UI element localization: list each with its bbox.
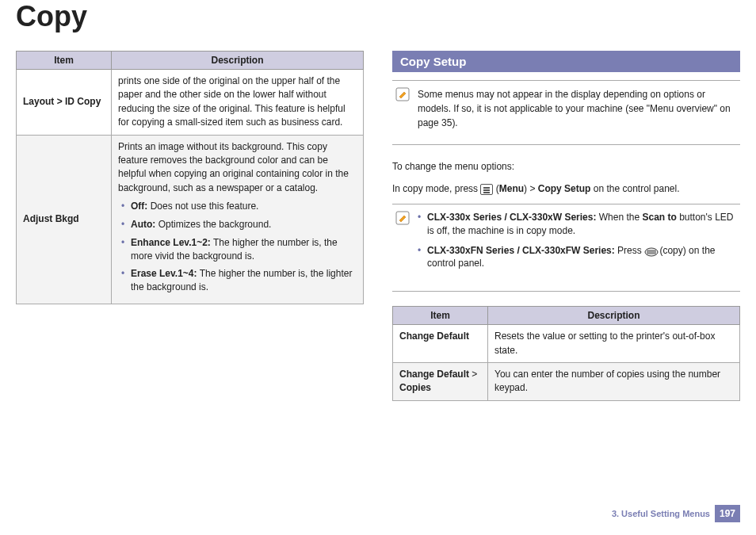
n2i0-tb: Scan to xyxy=(642,212,676,223)
note2-item-0: CLX-330x Series / CLX-330xW Series: When… xyxy=(418,211,737,238)
row0-desc: prints one side of the original on the u… xyxy=(112,70,364,136)
copy-icon xyxy=(644,245,657,256)
intro-line-2: In copy mode, press (Menu) > Copy Setup … xyxy=(392,182,740,196)
left-column: Item Description Layout > ID Copy prints… xyxy=(16,51,364,401)
row1-item: Adjust Bkgd xyxy=(17,135,112,304)
page-title: Copy xyxy=(16,0,740,33)
note-icon xyxy=(395,87,410,101)
rrow0-item: Change Default xyxy=(393,325,488,363)
feature-table-left: Item Description Layout > ID Copy prints… xyxy=(16,51,364,304)
note2-list: CLX-330x Series / CLX-330xW Series: When… xyxy=(418,211,737,270)
opt-enhance: Enhance Lev.1~2: The higher the number i… xyxy=(121,236,357,263)
section-heading-copy-setup: Copy Setup xyxy=(392,51,740,72)
opt-auto-text: Optimizes the background. xyxy=(155,219,271,230)
intro2a: In copy mode, press xyxy=(392,183,480,194)
intro2d: on the control panel. xyxy=(590,183,679,194)
n2i0-label: CLX-330x Series / CLX-330xW Series: xyxy=(427,212,596,223)
row0-item: Layout > ID Copy xyxy=(17,70,112,136)
menu-icon xyxy=(480,184,493,195)
note2-item-1: CLX-330xFN Series / CLX-330xFW Series: P… xyxy=(418,244,737,271)
n2i0-ta: When the xyxy=(596,212,642,223)
n2i1-label: CLX-330xFN Series / CLX-330xFW Series: xyxy=(427,245,615,256)
footer-page-number: 197 xyxy=(715,505,740,522)
note-icon-2 xyxy=(395,211,410,225)
rrow1-sep: > xyxy=(469,369,477,380)
opt-erase-label: Erase Lev.1~4: xyxy=(131,268,197,279)
row1-options: Off: Does not use this feature. Auto: Op… xyxy=(121,200,357,294)
th-item: Item xyxy=(17,52,112,70)
rrow0-desc: Resets the value or setting to the print… xyxy=(488,325,740,363)
opt-enhance-label: Enhance Lev.1~2: xyxy=(131,237,211,248)
opt-off-text: Does not use this feature. xyxy=(147,201,258,212)
intro-line-1: To change the menu options: xyxy=(392,159,740,174)
note-box-2: CLX-330x Series / CLX-330xW Series: When… xyxy=(392,204,740,292)
n2i1-ta: Press xyxy=(615,245,644,256)
page-footer: 3. Useful Setting Menus 197 xyxy=(612,505,740,522)
rrow1-item: Change Default > Copies xyxy=(393,362,488,400)
rth-desc: Description xyxy=(488,307,740,325)
opt-off: Off: Does not use this feature. xyxy=(121,200,357,213)
rrow1-ib: Copies xyxy=(399,382,431,393)
footer-chapter: 3. Useful Setting Menus xyxy=(612,509,710,518)
right-column: Copy Setup Some menus may not appear in … xyxy=(392,51,740,401)
note1-text: Some menus may not appear in the display… xyxy=(418,87,737,130)
opt-auto: Auto: Optimizes the background. xyxy=(121,218,357,231)
feature-table-right: Item Description Change Default Resets t… xyxy=(392,306,740,401)
row1-desc: Prints an image without its background. … xyxy=(112,135,364,304)
rth-item: Item xyxy=(393,307,488,325)
th-desc: Description xyxy=(112,52,364,70)
intro2c: ) > xyxy=(524,183,538,194)
rrow1-ia: Change Default xyxy=(399,369,469,380)
rrow1-desc: You can enter the number of copies using… xyxy=(488,362,740,400)
opt-off-label: Off: xyxy=(131,201,147,212)
note-box-1: Some menus may not appear in the display… xyxy=(392,80,740,145)
opt-erase: Erase Lev.1~4: The higher the number is,… xyxy=(121,267,357,294)
intro2-menu: Menu xyxy=(499,183,524,194)
opt-auto-label: Auto: xyxy=(131,219,155,230)
row1-intro: Prints an image without its background. … xyxy=(118,141,349,193)
intro2-copysetup: Copy Setup xyxy=(538,183,591,194)
